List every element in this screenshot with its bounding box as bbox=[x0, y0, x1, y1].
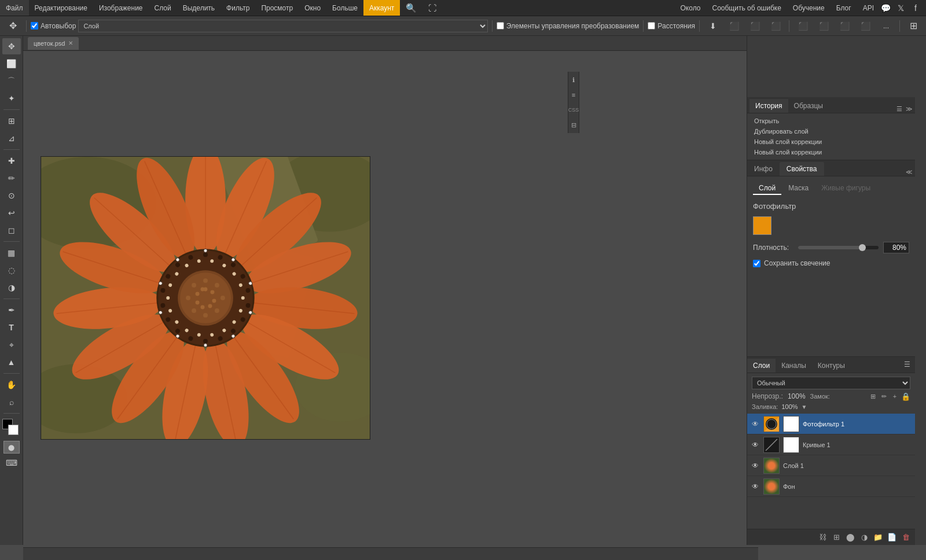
menu-account[interactable]: Аккаунт bbox=[363, 0, 400, 16]
autoselect-input[interactable] bbox=[31, 22, 38, 30]
menu-learn[interactable]: Обучение bbox=[787, 0, 831, 16]
menu-select[interactable]: Выделить bbox=[177, 0, 221, 16]
distribute-left-btn[interactable]: ⬛ bbox=[835, 18, 854, 34]
info-tab[interactable]: Инфо bbox=[747, 162, 780, 176]
layers-tab[interactable]: Слои bbox=[747, 359, 776, 373]
menu-layer[interactable]: Слой bbox=[149, 0, 177, 16]
distribute-right-btn[interactable]: ⬛ bbox=[856, 18, 874, 34]
move-tool-button[interactable]: ✥ bbox=[3, 18, 22, 34]
history-brush-tool[interactable]: ↩ bbox=[2, 205, 21, 221]
brush-tool[interactable]: ✏ bbox=[2, 170, 21, 186]
gradient-tool[interactable]: ▦ bbox=[2, 245, 21, 261]
zoom-tool[interactable]: ⌕ bbox=[2, 394, 21, 410]
align-right-btn[interactable]: ⬛ bbox=[745, 18, 764, 34]
css-icon-btn[interactable]: CSS bbox=[568, 104, 579, 116]
menu-image[interactable]: Изображение bbox=[93, 0, 149, 16]
history-item-adj2[interactable]: Новый слой коррекции bbox=[752, 147, 910, 157]
new-group-btn[interactable]: 📁 bbox=[872, 532, 884, 543]
magic-wand-tool[interactable]: ✦ bbox=[2, 90, 21, 106]
align-top-btn[interactable]: ⬛ bbox=[766, 18, 785, 34]
lasso-tool[interactable]: ⌒ bbox=[2, 73, 21, 89]
distance-input[interactable] bbox=[648, 22, 655, 30]
history-item-dup[interactable]: Дублировать слой bbox=[752, 126, 910, 137]
background-color[interactable] bbox=[8, 425, 19, 435]
quick-mask-btn[interactable]: ⬤ bbox=[3, 441, 20, 454]
info-icon-btn[interactable]: ℹ bbox=[568, 74, 579, 86]
search-icon[interactable]: 🔍 bbox=[400, 0, 422, 16]
menu-bug[interactable]: Сообщить об ошибке bbox=[706, 0, 787, 16]
layers-icon-btn[interactable]: ⊟ bbox=[568, 119, 579, 131]
layer-tab[interactable]: Слой bbox=[753, 182, 781, 195]
layer-style-btn[interactable]: ⊞ bbox=[831, 532, 842, 543]
stamp-tool[interactable]: ⊙ bbox=[2, 187, 21, 204]
menu-filter[interactable]: Фильтр bbox=[221, 0, 255, 16]
props-icon-btn[interactable]: ≡ bbox=[568, 89, 579, 101]
link-layers-btn[interactable]: ⛓ bbox=[817, 532, 828, 543]
preserve-luminosity[interactable]: Сохранить свечение bbox=[753, 259, 909, 267]
samples-tab[interactable]: Образцы bbox=[788, 99, 829, 113]
menu-api[interactable]: API bbox=[857, 0, 880, 16]
distribute-more-btn[interactable]: ... bbox=[877, 18, 895, 34]
distribute-v-btn[interactable]: ⬛ bbox=[814, 18, 833, 34]
document-tab[interactable]: цветок.psd ✕ bbox=[28, 37, 79, 50]
channels-tab[interactable]: Каналы bbox=[776, 359, 812, 373]
layer-item-curves[interactable]: 👁 Кривые 1 bbox=[747, 434, 915, 455]
lock-position-btn[interactable]: + bbox=[890, 392, 899, 401]
select-rect-tool[interactable]: ⬜ bbox=[2, 56, 21, 72]
filter-color-swatch[interactable] bbox=[753, 216, 771, 235]
lock-all-btn[interactable]: 🔒 bbox=[901, 392, 910, 401]
autoselect-checkbox[interactable]: Автовыбор bbox=[31, 22, 76, 30]
menu-more[interactable]: Больше bbox=[326, 0, 363, 16]
blur-tool[interactable]: ◌ bbox=[2, 262, 21, 278]
facebook-icon[interactable]: f bbox=[910, 2, 921, 14]
layers-menu-btn[interactable]: ☰ bbox=[899, 356, 915, 373]
delete-layer-btn[interactable]: 🗑 bbox=[900, 532, 912, 543]
layer-item-layer1[interactable]: 👁 Слой 1 bbox=[747, 455, 915, 476]
layer-item-bg[interactable]: 👁 Фон bbox=[747, 476, 915, 497]
menu-blog[interactable]: Блог bbox=[831, 0, 857, 16]
layer-mask-btn[interactable]: ⬤ bbox=[844, 532, 856, 543]
layer-eye-1[interactable]: 👁 bbox=[751, 419, 760, 429]
grid-btn[interactable]: ⊞ bbox=[904, 18, 923, 34]
layer-type-select[interactable]: Слой bbox=[78, 20, 487, 32]
layer-eye-2[interactable]: 👁 bbox=[751, 440, 760, 450]
paths-tab[interactable]: Контуры bbox=[812, 359, 851, 373]
new-layer-btn[interactable]: 📄 bbox=[886, 532, 898, 543]
layer-eye-3[interactable]: 👁 bbox=[751, 461, 760, 470]
move-tool[interactable]: ✥ bbox=[2, 38, 21, 54]
fill-dropdown-icon[interactable]: ▼ bbox=[802, 404, 807, 410]
menu-edit[interactable]: Редактирование bbox=[29, 0, 93, 16]
history-collapse-btn[interactable]: ≫ bbox=[906, 105, 915, 113]
pen-tool[interactable]: ✒ bbox=[2, 302, 21, 318]
menu-about[interactable]: Около bbox=[675, 0, 707, 16]
history-menu-btn[interactable]: ☰ bbox=[896, 105, 906, 113]
dodge-tool[interactable]: ◑ bbox=[2, 279, 21, 296]
layer-item-photofilter[interactable]: 👁 Фотофильтр 1 bbox=[747, 414, 915, 434]
lock-image-btn[interactable]: ✏ bbox=[879, 392, 888, 401]
menu-view[interactable]: Просмотр bbox=[255, 0, 299, 16]
crop-tool[interactable]: ⊞ bbox=[2, 113, 21, 129]
live-shapes-tab[interactable]: Живые фигуры bbox=[815, 182, 876, 195]
transform-input[interactable] bbox=[497, 22, 504, 30]
history-item-adj1[interactable]: Новый слой коррекции bbox=[752, 137, 910, 147]
twitter-icon[interactable]: 𝕏 bbox=[895, 2, 906, 14]
shape-tool[interactable]: ▲ bbox=[2, 354, 21, 370]
menu-file[interactable]: Файл bbox=[0, 0, 29, 16]
density-slider[interactable] bbox=[798, 246, 879, 249]
align-left-btn[interactable]: ⬇ bbox=[704, 18, 722, 34]
eraser-tool[interactable]: ◻ bbox=[2, 222, 21, 238]
reddit-icon[interactable]: 💬 bbox=[880, 2, 891, 14]
transform-checkbox[interactable]: Элементы управления преобразованием bbox=[497, 22, 640, 30]
fullscreen-icon[interactable]: ⛶ bbox=[422, 0, 442, 16]
distribute-h-btn[interactable]: ⬛ bbox=[793, 18, 812, 34]
preserve-checkbox[interactable] bbox=[753, 260, 760, 267]
align-center-h-btn[interactable]: ⬛ bbox=[725, 18, 743, 34]
lock-pixels-btn[interactable]: ⊞ bbox=[868, 392, 877, 401]
properties-tab[interactable]: Свойства bbox=[780, 162, 824, 176]
blend-mode-select[interactable]: Обычный bbox=[752, 377, 910, 389]
heal-tool[interactable]: ✚ bbox=[2, 153, 21, 169]
layer-eye-4[interactable]: 👁 bbox=[751, 482, 760, 491]
path-select-tool[interactable]: ⌖ bbox=[2, 337, 21, 353]
eyedropper-tool[interactable]: ⊿ bbox=[2, 130, 21, 146]
mask-tab[interactable]: Маска bbox=[782, 182, 814, 195]
